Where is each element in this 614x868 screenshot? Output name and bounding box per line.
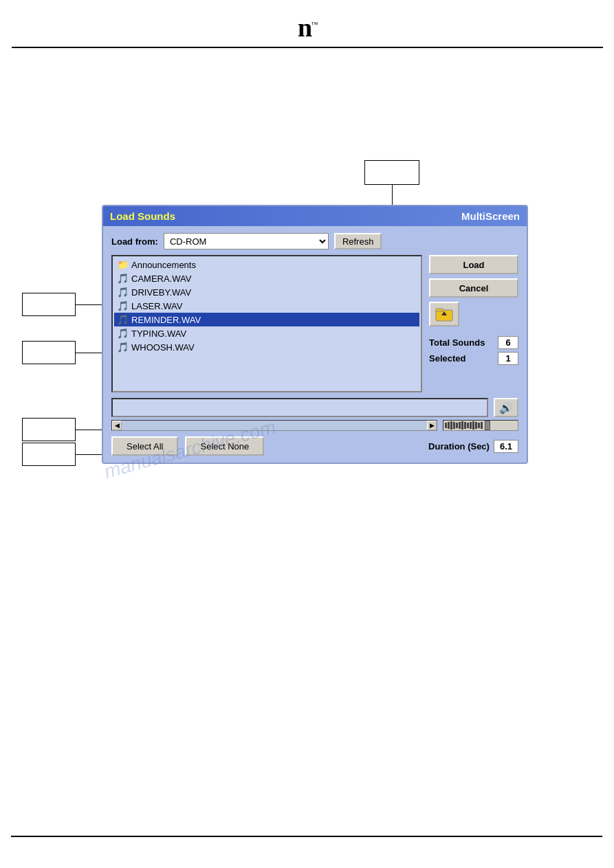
callout-box-left-1 [22, 293, 76, 316]
dialog-appname: MultiScreen [461, 210, 520, 222]
folder-up-icon [435, 304, 454, 324]
load-button[interactable]: Load [429, 255, 518, 274]
duration-value: 6.1 [494, 440, 518, 453]
refresh-button[interactable]: Refresh [334, 233, 382, 249]
file-list: 📁 Announcements 🎵 CAMERA.WAV 🎵 DRIVEBY.W… [113, 256, 421, 355]
total-sounds-row: Total Sounds 6 [429, 336, 518, 349]
right-top: Load Cancel [429, 255, 518, 326]
duration-label: Duration (Sec) [428, 441, 490, 452]
cancel-button[interactable]: Cancel [429, 278, 518, 298]
svg-rect-1 [436, 309, 443, 311]
page-header: n™ [0, 0, 614, 54]
logo: n™ [298, 12, 316, 43]
dialog-body: Load from: CD-ROM Hard Drive Network Ref… [103, 226, 527, 463]
stats-area: Total Sounds 6 Selected 1 [429, 336, 518, 368]
list-item[interactable]: 🎵 WHOOSH.WAV [114, 340, 419, 354]
load-sounds-dialog: Load Sounds MultiScreen Load from: CD-RO… [102, 205, 528, 464]
list-item[interactable]: 🎵 DRIVEBY.WAV [114, 285, 419, 299]
load-from-select[interactable]: CD-ROM Hard Drive Network [164, 233, 329, 249]
callout-box-left-3 [22, 418, 76, 441]
scroll-track [122, 421, 427, 430]
sound-file-icon: 🎵 [117, 342, 129, 353]
list-item-selected[interactable]: 🎵 REMINDER.WAV [114, 313, 419, 326]
dialog-title: Load Sounds [110, 210, 175, 222]
preview-area: 🔊 [111, 398, 518, 417]
right-column: Load Cancel Total Sou [429, 255, 518, 392]
dialog-columns: 📁 Announcements 🎵 CAMERA.WAV 🎵 DRIVEBY.W… [111, 255, 518, 392]
duration-area: Duration (Sec) 6.1 [428, 440, 518, 453]
select-none-button[interactable]: Select None [185, 436, 264, 456]
footer-divider [11, 836, 602, 837]
total-sounds-label: Total Sounds [429, 337, 485, 348]
preview-waveform [111, 398, 488, 417]
bottom-btn-row: Select All Select None Duration (Sec) 6.… [111, 436, 518, 456]
volume-thumb[interactable] [485, 421, 490, 430]
list-item[interactable]: 🎵 LASER.WAV [114, 299, 419, 313]
selected-value: 1 [498, 352, 518, 365]
play-button[interactable]: 🔊 [494, 398, 518, 417]
callout-box-top [364, 160, 419, 185]
file-list-area[interactable]: 📁 Announcements 🎵 CAMERA.WAV 🎵 DRIVEBY.W… [111, 255, 422, 392]
list-item[interactable]: 📁 Announcements [114, 258, 419, 271]
callout-line-top [392, 185, 393, 207]
select-all-button[interactable]: Select All [111, 436, 178, 456]
total-sounds-value: 6 [498, 336, 518, 349]
horizontal-scrollbar[interactable]: ◀ ▶ [111, 420, 437, 431]
header-divider [12, 47, 603, 48]
callout-box-left-4 [22, 443, 76, 466]
selected-label: Selected [429, 353, 465, 364]
sound-file-icon: 🎵 [117, 273, 129, 284]
main-content: Load Sounds MultiScreen Load from: CD-RO… [0, 54, 614, 851]
scroll-right-btn[interactable]: ▶ [427, 421, 437, 430]
load-from-label: Load from: [111, 236, 158, 247]
sound-file-icon: 🎵 [117, 314, 129, 325]
dialog-titlebar: Load Sounds MultiScreen [103, 206, 527, 226]
list-item[interactable]: 🎵 TYPING.WAV [114, 326, 419, 340]
callout-box-left-2 [22, 341, 76, 364]
sound-file-icon: 🎵 [117, 287, 129, 298]
play-icon: 🔊 [499, 401, 513, 414]
list-item[interactable]: 🎵 CAMERA.WAV [114, 271, 419, 285]
sound-file-icon: 🎵 [117, 328, 129, 339]
selected-row: Selected 1 [429, 352, 518, 365]
scroll-left-btn[interactable]: ◀ [112, 421, 122, 430]
load-from-row: Load from: CD-ROM Hard Drive Network Ref… [111, 233, 518, 249]
scrollbar-row: ◀ ▶ [111, 420, 518, 431]
volume-slider[interactable] [443, 420, 518, 431]
folder-icon: 📁 [117, 259, 129, 270]
folder-up-button[interactable] [429, 302, 459, 326]
sound-file-icon: 🎵 [117, 300, 129, 311]
